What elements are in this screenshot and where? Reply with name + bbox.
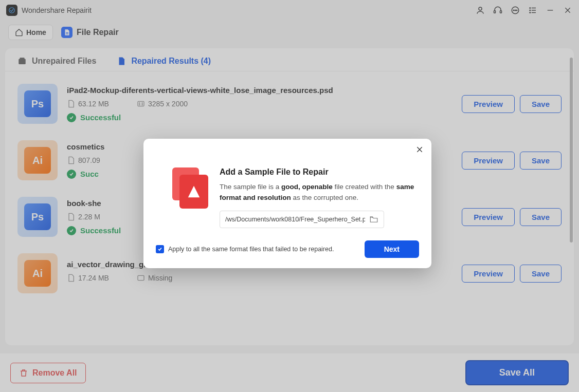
sample-path-input[interactable]: /ws/Documents/work0810/Free_Superhero_Se… (220, 211, 384, 228)
next-button[interactable]: Next (365, 240, 419, 258)
modal-title: Add a Sample File to Repair (220, 167, 419, 177)
apply-all-checkbox[interactable] (156, 245, 164, 253)
modal-description: The sample file is a good, openable file… (220, 182, 419, 203)
folder-icon (369, 215, 378, 224)
check-icon (157, 247, 162, 252)
checkbox-label: Apply to all the same format files that … (168, 246, 334, 253)
modal-close-button[interactable] (414, 144, 425, 155)
close-icon (415, 145, 424, 154)
modal-overlay: Add a Sample File to Repair The sample f… (0, 0, 579, 392)
sample-file-modal: Add a Sample File to Repair The sample f… (143, 139, 431, 268)
sample-path-text: /ws/Documents/work0810/Free_Superhero_Se… (225, 216, 365, 223)
modal-graphic (172, 167, 209, 210)
